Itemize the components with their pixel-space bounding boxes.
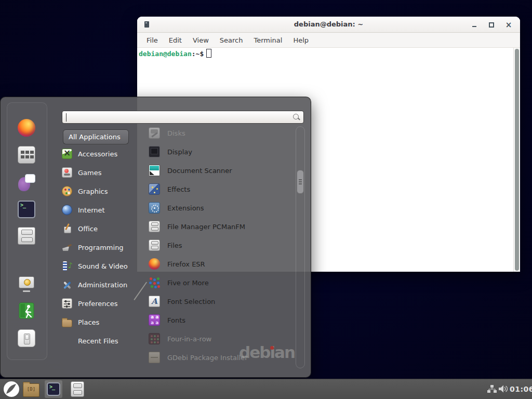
- places-folder-icon: [62, 320, 72, 327]
- app-extensions[interactable]: Extensions: [149, 200, 296, 216]
- files-launcher[interactable]: [71, 381, 84, 399]
- effects-icon: [149, 183, 160, 195]
- prompt-suffix: :~$: [192, 50, 204, 58]
- favorite-pidgin[interactable]: [18, 174, 35, 191]
- document-scanner-icon: [149, 165, 160, 176]
- search-input[interactable]: [65, 112, 286, 123]
- graphics-icon: [62, 186, 72, 196]
- five-or-more-icon: [149, 277, 160, 288]
- app-disks[interactable]: Disks: [149, 125, 296, 141]
- app-file-manager-pcmanfm[interactable]: File Manager PCManFM: [149, 219, 296, 234]
- close-icon[interactable]: [504, 21, 513, 29]
- menu-item-search[interactable]: Search: [220, 36, 243, 44]
- app-files[interactable]: Files: [149, 237, 296, 253]
- category-internet[interactable]: Internet: [62, 202, 145, 218]
- internet-globe-icon: [62, 205, 72, 215]
- administration-tools-icon: [62, 280, 72, 290]
- favorite-log-out[interactable]: [18, 302, 35, 320]
- category-all-applications[interactable]: All Applications: [63, 129, 129, 144]
- favorite-firefox[interactable]: [18, 119, 35, 137]
- favorite-lock-screen[interactable]: [18, 275, 35, 292]
- shut-down-icon: [18, 329, 35, 347]
- file-cabinet-icon: [71, 381, 84, 397]
- terminal-titlebar[interactable]: debian@debian: ~: [137, 17, 520, 33]
- terminal-launcher-active[interactable]: [45, 380, 62, 398]
- firefox-icon: [149, 258, 160, 270]
- lock-screen-icon: [18, 275, 35, 292]
- file-manager-icon: [149, 221, 160, 232]
- programming-icon: [62, 242, 72, 252]
- favorite-file-manager[interactable]: [18, 227, 35, 245]
- category-places[interactable]: Places: [62, 314, 145, 330]
- menu-item-edit[interactable]: Edit: [169, 36, 182, 44]
- app-list-scrollbar[interactable]: [296, 126, 305, 368]
- app-five-or-more[interactable]: Five or More: [149, 275, 296, 290]
- category-administration[interactable]: Administration: [62, 277, 145, 292]
- sound-video-icon: [62, 261, 72, 271]
- prompt-user-host: debian@debian: [139, 50, 192, 58]
- app-fonts[interactable]: Fonts: [149, 312, 296, 328]
- games-icon: [62, 167, 72, 178]
- category-games[interactable]: Games: [62, 165, 145, 180]
- menu-item-file[interactable]: File: [147, 36, 158, 44]
- menu-item-help[interactable]: Help: [293, 36, 309, 44]
- app-font-selection[interactable]: Font Selection: [149, 294, 296, 309]
- favorite-software[interactable]: [18, 146, 35, 164]
- files-icon: [149, 240, 160, 251]
- category-graphics[interactable]: Graphics: [62, 183, 145, 199]
- menu-item-view[interactable]: View: [193, 36, 209, 44]
- clock[interactable]: 01:06: [510, 385, 532, 393]
- taskbar: 01:06: [0, 379, 532, 399]
- app-effects[interactable]: Effects: [149, 181, 296, 197]
- favorite-terminal[interactable]: [18, 201, 35, 218]
- app-gdebi-package-installer[interactable]: GDebi Package Installer: [149, 350, 296, 365]
- app-firefox-esr[interactable]: Firefox ESR: [149, 256, 296, 272]
- shell-prompt: debian@debian:~$: [139, 49, 211, 58]
- disks-icon: [149, 127, 160, 139]
- terminal-icon: [18, 201, 35, 218]
- terminal-scrollbar-thumb[interactable]: [515, 49, 519, 271]
- search-icon: [293, 114, 299, 119]
- fonts-icon: [149, 314, 160, 326]
- gdebi-icon: [149, 352, 160, 363]
- software-keyboard-icon: [18, 146, 35, 164]
- watermark-red-dot: [270, 346, 274, 350]
- text-caret: [66, 113, 66, 122]
- network-tray-icon[interactable]: [487, 385, 497, 393]
- category-programming[interactable]: Programming: [62, 240, 145, 255]
- category-recent-files[interactable]: Recent Files: [62, 333, 161, 349]
- app-list-scrollbar-thumb[interactable]: [297, 170, 304, 194]
- pidgin-icon: [18, 174, 35, 191]
- terminal-menubar: File Edit View Search Terminal Help: [137, 33, 520, 48]
- desktop: debian@debian: ~ File Edit View Search T…: [0, 0, 532, 399]
- terminal-cursor: [206, 49, 211, 58]
- volume-tray-icon[interactable]: [498, 384, 508, 393]
- preferences-icon: [62, 298, 72, 309]
- file-manager-launcher[interactable]: [23, 383, 39, 397]
- four-in-a-row-icon: [149, 333, 160, 344]
- app-display[interactable]: Display: [149, 144, 296, 159]
- file-cabinet-icon: [18, 227, 35, 245]
- category-office[interactable]: Office: [62, 221, 145, 236]
- menu-logo-icon: [3, 381, 20, 397]
- extensions-gear-icon: [149, 202, 160, 214]
- category-sound-video[interactable]: Sound & Video: [62, 258, 145, 274]
- display-icon: [149, 146, 160, 157]
- terminal-title: debian@debian: ~: [137, 20, 520, 28]
- minimize-icon[interactable]: [470, 21, 478, 29]
- menu-item-terminal[interactable]: Terminal: [254, 36, 282, 44]
- app-document-scanner[interactable]: Document Scanner: [149, 163, 296, 178]
- accessories-icon: [62, 149, 72, 159]
- maximize-icon[interactable]: [487, 21, 496, 29]
- category-accessories[interactable]: Accessories: [62, 146, 145, 162]
- terminal-scrollbar[interactable]: [513, 48, 520, 272]
- firefox-icon: [18, 119, 35, 137]
- category-preferences[interactable]: Preferences: [62, 296, 145, 311]
- app-four-in-a-row[interactable]: Four-in-a-row: [149, 331, 296, 347]
- log-out-icon: [18, 302, 35, 320]
- office-icon: [62, 223, 72, 234]
- menu-button[interactable]: [3, 381, 20, 397]
- favorite-shut-down[interactable]: [18, 329, 35, 347]
- terminal-icon: [47, 382, 60, 396]
- search-box[interactable]: [62, 111, 304, 124]
